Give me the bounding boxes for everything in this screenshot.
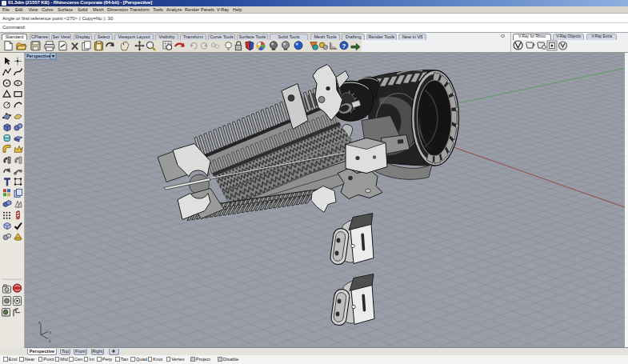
svg-text:?: ? — [342, 42, 346, 50]
svg-text:Perspective: Perspective — [26, 54, 50, 58]
